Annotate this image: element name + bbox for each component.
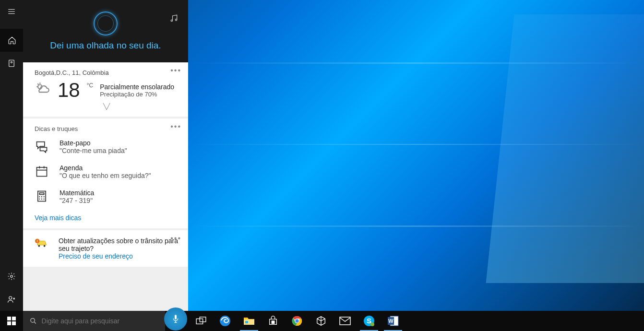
cortana-voice-button[interactable] [164, 307, 187, 331]
weather-unit: °C [87, 82, 93, 89]
taskbar: S W [0, 311, 644, 331]
card-more-icon[interactable]: ••• [170, 234, 181, 243]
tip-example: "Conte-me uma piada" [60, 147, 127, 154]
settings-button[interactable] [0, 265, 23, 288]
weather-location: Bogotá,D.C., 11, Colômbia [35, 69, 179, 76]
tips-more-link[interactable]: Veja mais dicas [35, 214, 179, 222]
cortana-greeting: Dei uma olhada no seu dia. [50, 40, 161, 51]
traffic-address-link[interactable]: Preciso de seu endereço [59, 252, 179, 260]
edge-app[interactable] [213, 311, 237, 331]
task-view-button[interactable] [189, 311, 213, 331]
notebook-button[interactable] [0, 52, 23, 75]
music-icon[interactable] [169, 13, 179, 25]
home-button[interactable] [0, 29, 23, 52]
svg-point-31 [370, 322, 374, 326]
svg-rect-23 [272, 322, 273, 323]
tip-label: Agenda [60, 164, 151, 172]
svg-point-11 [44, 245, 46, 247]
svg-point-14 [31, 319, 35, 322]
svg-rect-15 [175, 315, 177, 319]
svg-rect-7 [37, 167, 47, 177]
tips-title: Dicas e truques [35, 125, 179, 132]
calculator-icon [35, 189, 49, 203]
cortana-panel: Dei uma olhada no seu dia. ••• Bogotá,D.… [0, 0, 188, 311]
weather-partly-cloudy-icon [35, 81, 51, 100]
cortana-sidebar [0, 0, 23, 311]
svg-rect-28 [340, 317, 350, 325]
calendar-icon [35, 164, 49, 178]
svg-point-10 [38, 245, 40, 247]
search-icon [30, 317, 37, 325]
tip-item[interactable]: Matemática "247 - 319" [35, 189, 179, 204]
chrome-app[interactable] [285, 311, 309, 331]
traffic-card: ••• ! Obter atualizações sobre o trânsit… [23, 230, 188, 267]
feedback-button[interactable] [0, 288, 23, 311]
taskbar-search[interactable] [23, 311, 165, 331]
tip-item[interactable]: Agenda "O que eu tenho em seguida?" [35, 164, 179, 179]
weather-card[interactable]: ••• Bogotá,D.C., 11, Colômbia 18 °C Parc… [23, 62, 188, 117]
file-explorer-app[interactable] [237, 311, 261, 331]
start-button[interactable] [0, 311, 23, 331]
search-input[interactable] [42, 317, 158, 325]
svg-point-2 [11, 275, 13, 278]
card-more-icon[interactable]: ••• [170, 66, 181, 75]
svg-rect-9 [39, 193, 44, 195]
tip-item[interactable]: Bate-papo "Conte-me uma piada" [35, 139, 179, 154]
word-app[interactable]: W [381, 311, 405, 331]
card-more-icon[interactable]: ••• [170, 122, 181, 131]
weather-precipitation: Precipitação de 70% [100, 91, 174, 98]
svg-rect-0 [9, 60, 14, 67]
svg-point-5 [175, 19, 177, 21]
svg-rect-20 [245, 321, 248, 323]
tip-label: Bate-papo [60, 139, 127, 147]
cortana-ring-icon [94, 12, 118, 35]
mail-app[interactable] [333, 311, 357, 331]
hamburger-menu-button[interactable] [0, 0, 23, 23]
windows-logo-icon [7, 317, 16, 325]
chat-icon [35, 139, 49, 154]
3d-app[interactable] [309, 311, 333, 331]
svg-text:W: W [388, 318, 394, 324]
weather-temperature: 18 [58, 80, 80, 100]
traffic-title: Obter atualizações sobre o trânsito para… [59, 237, 179, 252]
taskbar-apps: S W [189, 311, 405, 331]
tip-example: "247 - 319" [60, 197, 94, 204]
cortana-cards: ••• Bogotá,D.C., 11, Colômbia 18 °C Parc… [23, 62, 188, 311]
chevron-down-icon[interactable]: ╲╱ [35, 103, 179, 110]
svg-rect-21 [272, 321, 273, 322]
tip-example: "O que eu tenho em seguida?" [60, 172, 151, 179]
weather-condition: Parcialmente ensolarado [100, 83, 174, 91]
store-app[interactable] [261, 311, 285, 331]
cortana-header: Dei uma olhada no seu dia. [0, 0, 188, 62]
svg-point-3 [9, 296, 12, 299]
svg-rect-22 [273, 321, 274, 322]
microphone-icon [172, 314, 179, 324]
skype-app[interactable]: S [357, 311, 381, 331]
svg-rect-24 [273, 322, 274, 323]
svg-point-4 [171, 20, 172, 21]
car-alert-icon: ! [35, 237, 49, 252]
tip-label: Matemática [60, 189, 94, 197]
tips-card: ••• Dicas e truques Bate-papo "Conte-me … [23, 118, 188, 228]
svg-text:!: ! [36, 239, 38, 243]
svg-point-1 [11, 61, 12, 63]
